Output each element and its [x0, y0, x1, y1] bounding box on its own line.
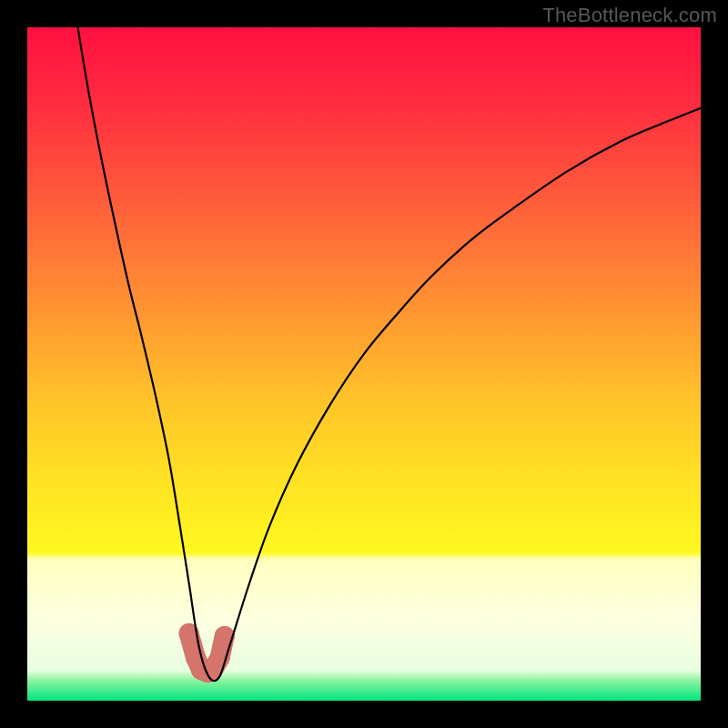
chart-gradient-background	[27, 27, 701, 701]
watermark-text: TheBottleneck.com	[542, 4, 717, 27]
chart-svg-canvas	[27, 27, 701, 701]
svg-point-6	[215, 626, 235, 646]
chart-plot-area	[27, 27, 701, 701]
